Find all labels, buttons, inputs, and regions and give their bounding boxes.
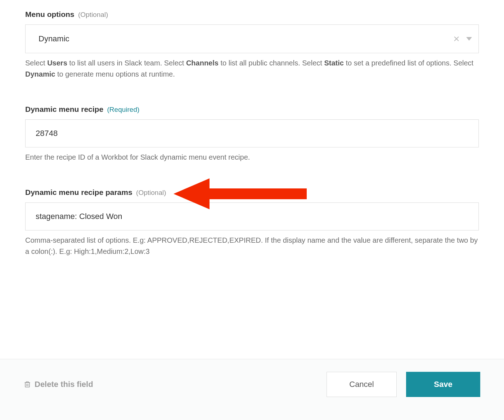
- save-button-label: Save: [434, 380, 452, 389]
- delete-field-button[interactable]: Delete this field: [24, 380, 93, 389]
- menu-options-select[interactable]: Dynamic: [25, 24, 479, 53]
- dynamic-recipe-help: Enter the recipe ID of a Workbot for Sla…: [25, 152, 479, 163]
- footer-bar: Delete this field Cancel Save: [0, 359, 504, 420]
- menu-options-help: Select Users to list all users in Slack …: [25, 58, 479, 80]
- dynamic-params-field: Dynamic menu recipe params (Optional) Co…: [25, 188, 479, 257]
- dynamic-params-help: Comma-separated list of options. E.g: AP…: [25, 235, 479, 257]
- cancel-button[interactable]: Cancel: [327, 372, 397, 397]
- menu-options-value: Dynamic: [39, 34, 69, 44]
- menu-options-field: Menu options (Optional) Dynamic Select U…: [25, 10, 479, 80]
- dynamic-params-label: Dynamic menu recipe params: [25, 188, 132, 196]
- trash-icon: [24, 380, 31, 389]
- svg-marker-2: [466, 37, 472, 41]
- dynamic-recipe-hint: (Required): [107, 106, 140, 113]
- cancel-button-label: Cancel: [349, 380, 374, 389]
- menu-options-hint: (Optional): [78, 11, 108, 18]
- clear-icon[interactable]: [453, 36, 460, 42]
- dynamic-params-input[interactable]: [25, 202, 479, 230]
- menu-options-label: Menu options: [25, 10, 74, 18]
- delete-field-label: Delete this field: [35, 380, 93, 389]
- save-button[interactable]: Save: [406, 372, 480, 397]
- svg-rect-4: [25, 383, 30, 387]
- dynamic-recipe-input[interactable]: [25, 119, 479, 147]
- dynamic-params-hint: (Optional): [136, 189, 166, 196]
- dynamic-recipe-label: Dynamic menu recipe: [25, 105, 103, 113]
- chevron-down-icon[interactable]: [466, 37, 472, 41]
- dynamic-recipe-field: Dynamic menu recipe (Required) Enter the…: [25, 105, 479, 163]
